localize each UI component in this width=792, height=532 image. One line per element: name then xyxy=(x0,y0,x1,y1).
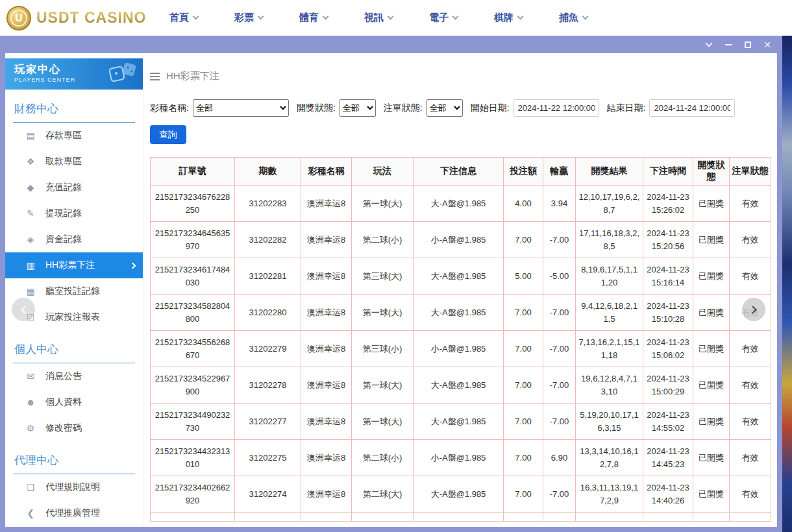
cell-empty xyxy=(643,513,693,522)
window-menu-button[interactable] xyxy=(699,38,719,52)
cell-order: 2152173234582804800 xyxy=(151,295,235,331)
sidebar-item-link[interactable]: ☻個人資料 xyxy=(5,389,143,415)
sidebar-item-link[interactable]: ◆充值記錄 xyxy=(5,175,143,200)
cell-period: 31202280 xyxy=(235,295,301,331)
cell-play: 第二球(小) xyxy=(352,440,414,476)
sidebar-item-link[interactable]: ❖取款專區 xyxy=(5,149,143,175)
cell-amount: 7.00 xyxy=(504,440,543,476)
table-row[interactable]: 215217323452296790031202278澳洲幸运8第一球(大)大-… xyxy=(151,367,771,404)
cell-result: 19,6,12,8,4,7,13,10 xyxy=(576,367,643,404)
cell-result: 9,4,12,6,18,2,11,5 xyxy=(576,295,643,331)
table-row[interactable]: 215217323467622825031202283澳洲幸运8第一球(大)大-… xyxy=(151,186,771,222)
breadcrumb: HH彩票下注 xyxy=(150,70,771,82)
scroll-right-button[interactable] xyxy=(742,298,765,321)
maximize-button[interactable] xyxy=(738,38,758,52)
nav-item[interactable]: 視訊 xyxy=(364,12,393,24)
cell-result: 12,10,17,19,6,2,8,7 xyxy=(576,186,643,222)
cell-winloss: -7.00 xyxy=(543,367,576,404)
sidebar-item-label: 廳室投註記錄 xyxy=(45,285,100,297)
cell-draw_status: 已開獎 xyxy=(693,222,730,258)
start-date-label: 開始日期: xyxy=(471,103,510,114)
person-icon: ☻ xyxy=(25,397,36,407)
nav-item[interactable]: 棋牌 xyxy=(494,12,523,24)
cell-winloss: -5.00 xyxy=(543,258,576,295)
cell-time: 2024-11-23 15:20:56 xyxy=(643,222,693,258)
site-logo[interactable]: U USDT CASINO xyxy=(6,6,166,30)
cell-winloss: -7.00 xyxy=(543,476,576,513)
cell-bet: 大-A盤@1.985 xyxy=(414,476,504,513)
nav-item[interactable]: 電子 xyxy=(429,12,458,24)
sidebar-item-label: 存款專區 xyxy=(45,130,82,141)
table-row[interactable]: 215217323440266292031202274澳洲幸运8第二球(大)大-… xyxy=(151,476,771,513)
cell-amount: 7.00 xyxy=(504,331,543,367)
window-body: 玩家中心 PLAYERS CENTER 財務中心▤存款專區❖取款專區◆充值記錄✎… xyxy=(5,53,777,527)
cell-empty xyxy=(693,513,730,522)
cell-lottery: 澳洲幸运8 xyxy=(301,476,352,513)
cell-period: 31202274 xyxy=(235,476,301,513)
cell-bet: 大-A盤@1.985 xyxy=(414,295,504,331)
cell-bet: 小-A盤@1.985 xyxy=(414,331,504,367)
end-date-input[interactable] xyxy=(649,99,735,117)
nav-item[interactable]: 捕魚 xyxy=(559,12,588,24)
cell-empty xyxy=(235,513,301,522)
sidebar-item-link[interactable]: ❏代理規則說明 xyxy=(5,474,143,500)
cell-winloss: -7.00 xyxy=(543,331,576,367)
table-row[interactable]: 215217323461748403031202281澳洲幸运8第三球(大)大-… xyxy=(151,258,771,295)
cell-period: 31202278 xyxy=(235,367,301,404)
document-icon: ❏ xyxy=(25,482,36,492)
draw-status-select[interactable]: 全部 xyxy=(340,99,376,117)
sidebar-item-link[interactable]: ❮代理推廣管理 xyxy=(5,500,143,526)
sidebar-item-active[interactable]: ▥HH彩票下注 xyxy=(5,252,143,278)
bets-table-container[interactable]: 訂單號期數彩種名稱玩法下注信息投注額輸贏開獎結果下注時間開獎狀態注單狀態 215… xyxy=(150,157,771,524)
nav-item[interactable]: 體育 xyxy=(299,12,328,24)
end-date-label: 結束日期: xyxy=(607,103,646,114)
cell-time: 2024-11-23 15:00:29 xyxy=(643,367,693,404)
table-row[interactable]: 215217323464563597031202282澳洲幸运8第二球(小)小-… xyxy=(151,222,771,258)
query-button[interactable]: 查詢 xyxy=(150,125,186,144)
cell-draw_status: 已開獎 xyxy=(693,186,730,222)
table-row[interactable]: 215217323443231301031202275澳洲幸运8第二球(小)小-… xyxy=(151,440,771,476)
start-date-input[interactable] xyxy=(514,99,599,117)
sidebar-item-link[interactable]: ▤存款專區 xyxy=(5,123,143,149)
nav-item[interactable]: 首頁 xyxy=(169,12,198,24)
cell-lottery: 澳洲幸运8 xyxy=(301,367,352,404)
minimize-button[interactable] xyxy=(719,38,738,52)
chevron-down-icon xyxy=(388,14,394,20)
sidebar-item-link[interactable]: ⚙修改密碼 xyxy=(5,415,143,441)
lottery-name-select[interactable]: 全部 xyxy=(193,99,289,117)
sidebar-item-link[interactable]: ✎提現記錄 xyxy=(5,200,143,226)
column-header: 注單狀態 xyxy=(730,158,771,186)
players-center-header: 玩家中心 PLAYERS CENTER xyxy=(5,58,143,90)
funds-record-icon: ◈ xyxy=(25,234,36,245)
cell-order_status: 有效 xyxy=(730,258,771,295)
cell-lottery: 澳洲幸运8 xyxy=(301,331,352,367)
cell-order: 2152173234676228250 xyxy=(151,186,235,222)
cell-period: 31202275 xyxy=(235,440,301,476)
table-row[interactable]: 215217323449023273031202277澳洲幸运8第一球(大)大-… xyxy=(151,404,771,440)
cell-winloss: -7.00 xyxy=(543,404,576,440)
chevron-right-icon xyxy=(130,262,136,269)
chevron-down-icon xyxy=(582,14,589,20)
cell-play: 第二球(大) xyxy=(352,476,414,513)
cell-order_status: 有效 xyxy=(730,367,771,404)
order-status-select[interactable]: 全部 xyxy=(427,99,463,117)
nav-item-label: 電子 xyxy=(429,12,449,24)
scroll-left-button[interactable] xyxy=(12,298,35,321)
cell-order: 2152173234522967900 xyxy=(151,367,235,404)
cell-bet: 大-A盤@1.985 xyxy=(414,367,504,404)
table-row[interactable]: 215217323458280480031202280澳洲幸运8第一球(大)大-… xyxy=(151,295,771,331)
cell-period: 31202281 xyxy=(235,258,301,295)
nav-item[interactable]: 彩票 xyxy=(234,12,263,24)
sidebar: 玩家中心 PLAYERS CENTER 財務中心▤存款專區❖取款專區◆充值記錄✎… xyxy=(5,53,143,527)
cell-bet: 小-A盤@1.985 xyxy=(414,440,504,476)
sidebar-item-link[interactable]: ◈資金記錄 xyxy=(5,226,143,252)
table-row[interactable]: 215217323455626867031202279澳洲幸运8第三球(小)小-… xyxy=(151,331,771,367)
sidebar-item-link[interactable]: ✉消息公告 xyxy=(5,363,143,389)
sidebar-section-title: 財務中心 xyxy=(13,99,135,123)
close-button[interactable]: ✕ xyxy=(758,38,777,52)
sidebar-item-label: 提現記錄 xyxy=(45,208,82,219)
draw-status-label: 開獎狀態: xyxy=(297,103,336,114)
menu-icon[interactable] xyxy=(150,73,160,80)
cell-result: 13,3,14,10,16,12,7,8 xyxy=(576,440,643,476)
nav-item-label: 視訊 xyxy=(364,12,384,24)
